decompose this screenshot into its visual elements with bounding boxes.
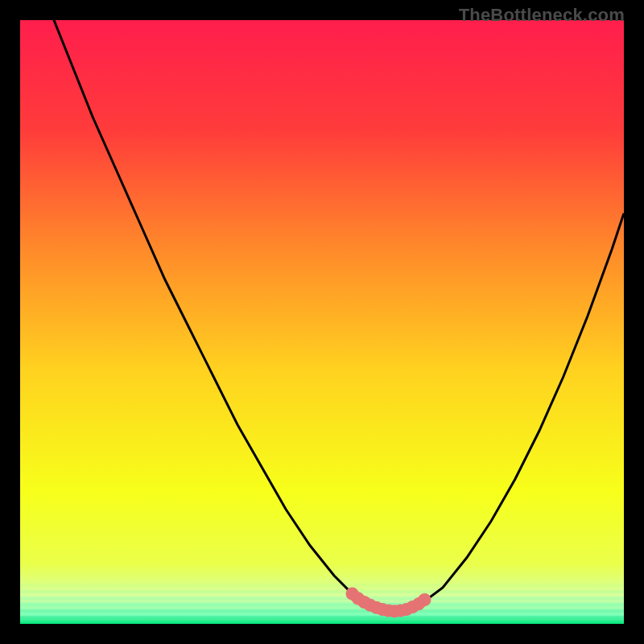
chart-frame: TheBottleneck.com — [0, 0, 644, 644]
optimal-range-dot — [419, 593, 431, 606]
plot-area — [20, 20, 624, 624]
bottleneck-curve — [20, 20, 624, 612]
bottleneck-curve-svg — [20, 20, 624, 624]
optimal-range-markers — [346, 588, 431, 618]
attribution-text: TheBottleneck.com — [459, 5, 625, 26]
